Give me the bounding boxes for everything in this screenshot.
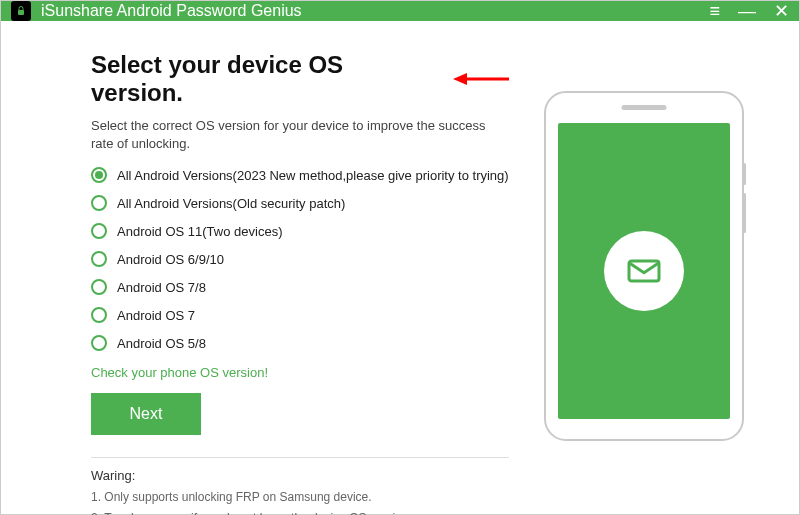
os-option-1[interactable]: All Android Versions(Old security patch) (91, 195, 509, 211)
radio-icon (91, 167, 107, 183)
phone-side-button-icon (743, 193, 746, 233)
radio-label: Android OS 11(Two devices) (117, 224, 282, 239)
warning-item: 1. Only supports unlocking FRP on Samsun… (91, 487, 509, 507)
check-os-link[interactable]: Check your phone OS version! (91, 365, 268, 380)
phone-illustration (544, 91, 744, 441)
titlebar: iSunshare Android Password Genius ≡ — ✕ (1, 1, 799, 21)
os-option-0[interactable]: All Android Versions(2023 New method,ple… (91, 167, 509, 183)
svg-marker-2 (453, 73, 467, 85)
os-options-group: All Android Versions(2023 New method,ple… (91, 167, 509, 351)
warning-title: Waring: (91, 468, 509, 483)
right-panel (529, 51, 759, 515)
radio-label: Android OS 7 (117, 308, 195, 323)
next-button[interactable]: Next (91, 393, 201, 435)
radio-label: All Android Versions(2023 New method,ple… (117, 168, 509, 183)
os-option-4[interactable]: Android OS 7/8 (91, 279, 509, 295)
content-area: Select your device OS version. Select th… (1, 21, 799, 515)
app-logo-icon (11, 1, 31, 21)
app-title: iSunshare Android Password Genius (41, 2, 709, 20)
radio-icon (91, 307, 107, 323)
os-option-5[interactable]: Android OS 7 (91, 307, 509, 323)
radio-icon (91, 279, 107, 295)
os-option-2[interactable]: Android OS 11(Two devices) (91, 223, 509, 239)
mail-circle (604, 231, 684, 311)
heading-row: Select your device OS version. (91, 51, 509, 107)
phone-speaker-icon (622, 105, 667, 110)
page-title: Select your device OS version. (91, 51, 441, 107)
minimize-icon[interactable]: — (738, 2, 756, 20)
radio-icon (91, 335, 107, 351)
os-option-3[interactable]: Android OS 6/9/10 (91, 251, 509, 267)
divider (91, 457, 509, 458)
window-controls: ≡ — ✕ (709, 2, 789, 20)
radio-icon (91, 195, 107, 211)
radio-icon (91, 223, 107, 239)
left-panel: Select your device OS version. Select th… (91, 51, 529, 515)
phone-screen (558, 123, 730, 419)
app-window: iSunshare Android Password Genius ≡ — ✕ … (0, 0, 800, 515)
os-option-6[interactable]: Android OS 5/8 (91, 335, 509, 351)
radio-label: Android OS 5/8 (117, 336, 206, 351)
phone-side-button-icon (743, 163, 746, 185)
radio-label: Android OS 7/8 (117, 280, 206, 295)
svg-rect-0 (18, 10, 24, 15)
menu-icon[interactable]: ≡ (709, 2, 720, 20)
page-subtitle: Select the correct OS version for your d… (91, 117, 491, 153)
warning-item: 2. Try above ways if you do not know the… (91, 508, 509, 515)
warning-block: Waring: 1. Only supports unlocking FRP o… (91, 468, 509, 515)
attention-arrow-icon (453, 69, 509, 89)
radio-label: All Android Versions(Old security patch) (117, 196, 345, 211)
mail-icon (624, 251, 664, 291)
close-icon[interactable]: ✕ (774, 2, 789, 20)
radio-label: Android OS 6/9/10 (117, 252, 224, 267)
radio-icon (91, 251, 107, 267)
